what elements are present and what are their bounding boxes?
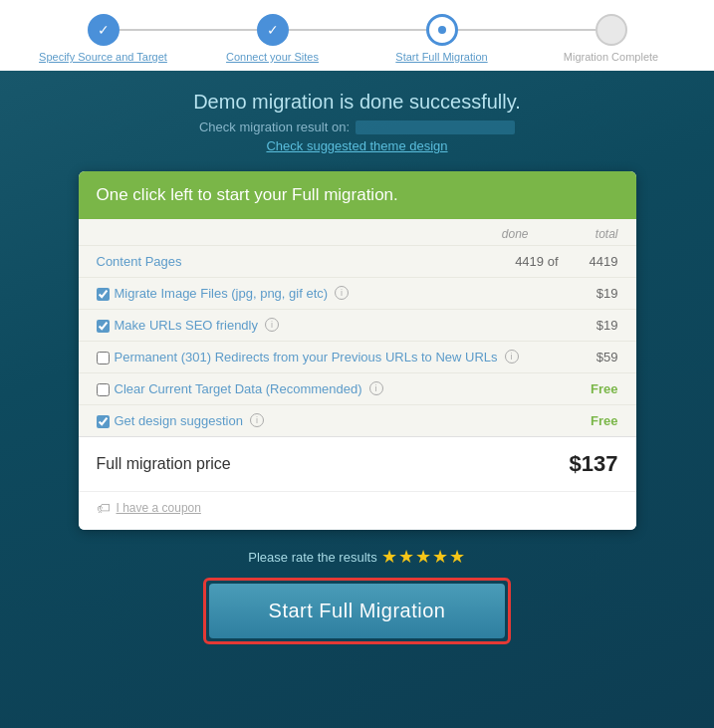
rate-row: Please rate the results ★★★★★ (248, 546, 465, 568)
info-icon-clear[interactable]: i (369, 381, 383, 395)
info-icon-redirects[interactable]: i (505, 350, 519, 364)
step-label-3: Start Full Migration (395, 51, 487, 63)
price-label: Full migration price (97, 455, 570, 473)
step-connect-sites[interactable]: ✓ Connect your Sites (188, 14, 357, 63)
card-body: done total Content Pages 4419 of 4419 Mi… (79, 219, 636, 436)
migration-card: One click left to start your Full migrat… (79, 171, 636, 530)
step-label-4: Migration Complete (564, 51, 658, 63)
checkbox-redirects[interactable] (97, 352, 110, 364)
checkbox-design[interactable] (97, 415, 110, 428)
row-content-pages-total: 4419 (559, 254, 618, 269)
checkbox-label-design[interactable]: Get design suggestion i (97, 413, 559, 428)
step-circle-2: ✓ (257, 14, 289, 46)
row-image-files: Migrate Image Files (jpg, png, gif etc) … (79, 277, 636, 309)
row-clear-data: Clear Current Target Data (Recommended) … (79, 372, 636, 404)
success-title: Demo migration is done successfully. (193, 91, 521, 114)
label-design: Get design suggestion (115, 413, 243, 428)
price-image: $19 (559, 286, 618, 301)
svg-point-0 (438, 26, 446, 34)
coupon-row: 🏷 I have a coupon (79, 491, 636, 530)
row-seo-urls: Make URLs SEO friendly i $19 (79, 309, 636, 341)
step-label-2: Connect your Sites (226, 51, 319, 63)
price-value: $137 (570, 451, 618, 477)
row-redirects: Permanent (301) Redirects from your Prev… (79, 341, 636, 372)
info-icon-design[interactable]: i (250, 413, 264, 427)
checkbox-label-image[interactable]: Migrate Image Files (jpg, png, gif etc) … (97, 286, 559, 301)
checkbox-seo[interactable] (97, 320, 110, 333)
checkbox-clear[interactable] (97, 383, 110, 396)
checkbox-image[interactable] (97, 288, 110, 301)
price-clear: Free (559, 381, 618, 396)
coupon-icon: 🏷 (97, 500, 111, 516)
label-image-files: Migrate Image Files (jpg, png, gif etc) (115, 286, 329, 301)
price-design: Free (559, 413, 618, 428)
rate-label: Please rate the results (248, 550, 376, 565)
check-result-row: Check migration result on: (199, 120, 515, 134)
label-clear-data: Clear Current Target Data (Recommended) (115, 381, 362, 396)
blurred-url (356, 121, 515, 134)
start-button-wrapper: Start Full Migration (203, 578, 512, 644)
label-seo-urls: Make URLs SEO friendly (115, 318, 259, 333)
checkbox-label-clear[interactable]: Clear Current Target Data (Recommended) … (97, 381, 559, 396)
step-circle-3 (426, 14, 458, 46)
main-content: Demo migration is done successfully. Che… (0, 71, 714, 664)
checkbox-label-seo[interactable]: Make URLs SEO friendly i (97, 318, 559, 333)
row-content-pages-done: 4419 of (479, 254, 559, 269)
price-row: Full migration price $137 (79, 436, 636, 491)
price-seo: $19 (559, 318, 618, 333)
stars: ★★★★★ (381, 546, 466, 568)
row-design: Get design suggestion i Free (79, 404, 636, 436)
info-icon-image[interactable]: i (335, 286, 349, 300)
check-result-label: Check migration result on: (199, 120, 350, 134)
col-total-label: total (559, 227, 618, 241)
checkbox-label-redirects[interactable]: Permanent (301) Redirects from your Prev… (97, 350, 559, 364)
col-done-label: done (469, 227, 529, 241)
table-header-row: done total (79, 219, 636, 245)
start-migration-button[interactable]: Start Full Migration (209, 584, 506, 638)
step-source-target[interactable]: ✓ Specify Source and Target (19, 14, 188, 63)
step-circle-1: ✓ (88, 14, 119, 46)
card-header: One click left to start your Full migrat… (79, 171, 636, 219)
wizard-bar: ✓ Specify Source and Target ✓ Connect yo… (0, 0, 714, 71)
step-label-1: Specify Source and Target (39, 51, 167, 63)
step-circle-4 (595, 14, 627, 46)
coupon-link[interactable]: I have a coupon (117, 501, 201, 515)
row-content-pages: Content Pages 4419 of 4419 (79, 245, 636, 277)
check-theme-link[interactable]: Check suggested theme design (266, 138, 447, 153)
info-icon-seo[interactable]: i (265, 318, 279, 332)
step-start-migration[interactable]: Start Full Migration (357, 14, 527, 63)
row-content-pages-label: Content Pages (97, 254, 479, 269)
price-redirects: $59 (559, 350, 618, 364)
label-redirects: Permanent (301) Redirects from your Prev… (115, 350, 498, 364)
step-migration-complete: Migration Complete (527, 14, 696, 63)
